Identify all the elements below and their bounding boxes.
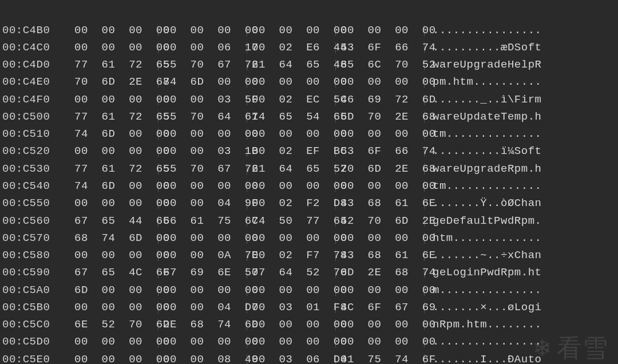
hex-group: 00 00 00 00 [336,181,425,192]
offset-label: 00:C590 [2,267,70,278]
hex-group: 00 02 E6 44 [247,42,336,53]
hex-group: 77 61 72 65 [70,164,159,175]
hex-group: 67 69 6E 50 [159,267,247,278]
hex-group: 00 00 00 00 [336,233,425,244]
hex-group: 00 02 EC 5C [247,94,336,105]
ascii-column: ..........æDSoft [425,42,541,53]
hex-group: 00 00 00 00 [247,181,336,192]
hex-row[interactable]: 00:C51074 6D 00 0000 00 00 0000 00 00 00… [0,126,618,143]
hex-group: 00 00 00 00 [159,181,247,192]
offset-label: 00:C4C0 [2,42,70,53]
hex-group: 00 00 00 00 [336,285,425,296]
hex-group: 00 00 00 00 [336,337,425,347]
hex-group: 00 03 06 D0 [247,354,336,364]
offset-label: 00:C5B0 [2,302,70,313]
hex-group: 6D 2E 68 74 [336,267,425,278]
hex-row[interactable]: 00:C57068 74 6D 0000 00 00 0000 00 00 00… [0,230,618,247]
offset-label: 00:C520 [2,146,70,157]
offset-label: 00:C4B0 [2,25,70,36]
hex-group: 55 70 67 72 [159,164,247,175]
hex-group: 74 6D 00 00 [159,77,247,88]
hex-group: 74 6D 00 00 [70,181,159,192]
hex-row[interactable]: 00:C4E070 6D 2E 6874 6D 00 0000 00 00 00… [0,74,618,91]
hex-row[interactable]: 00:C5D000 00 00 0000 00 00 0000 00 00 00… [0,334,618,351]
ascii-column: pm.htm.......... [425,77,541,88]
hex-row[interactable]: 00:C5B000 00 00 0000 00 04 D700 03 01 F8… [0,299,618,316]
hex-group: 52 70 6D 2E [336,216,425,227]
hex-row[interactable]: 00:C5A06D 00 00 0000 00 00 0000 00 00 00… [0,282,618,299]
hex-group: 46 69 72 6D [336,94,425,105]
hex-group: 00 00 00 00 [159,129,247,140]
hex-group: 74 6D 00 00 [70,129,159,140]
hex-row[interactable]: 00:C4C000 00 00 0000 00 06 1700 02 E6 44… [0,39,618,56]
hex-row[interactable]: 00:C4D077 61 72 6555 70 67 7261 64 65 48… [0,57,618,74]
hex-row[interactable]: 00:C58000 00 00 0000 00 0A 7E00 02 F7 78… [0,247,618,264]
hex-group: 77 64 52 70 [247,267,336,278]
hex-group: 00 00 03 1B [159,146,247,157]
hex-group: 00 00 00 00 [247,319,336,330]
ascii-column: tm.............. [425,181,541,192]
hex-group: 00 00 00 00 [336,77,425,88]
hex-row[interactable]: 00:C5E000 00 00 0000 00 08 4900 03 06 D0… [0,351,618,364]
hex-group: 00 03 01 F8 [247,302,336,313]
hex-row[interactable]: 00:C59067 65 4C 6F67 69 6E 5077 64 52 70… [0,264,618,282]
hex-row[interactable]: 00:C50077 61 72 6555 70 64 6174 65 54 65… [0,108,618,125]
hex-group: 00 00 00 00 [336,25,425,36]
offset-label: 00:C540 [2,181,70,192]
hex-group: 00 00 00 00 [247,77,336,88]
hex-group: 61 64 65 52 [247,164,336,175]
ascii-column: .......~..÷xChan [425,250,541,261]
hex-group: 00 00 00 00 [70,146,159,157]
ascii-column: wareUpgradeHelpR [425,60,541,70]
hex-group: 2E 68 74 6D [159,319,247,330]
offset-label: 00:C4E0 [2,77,70,88]
hex-row[interactable]: 00:C53077 61 72 6555 70 67 7261 64 65 52… [0,160,618,177]
offset-label: 00:C550 [2,198,70,209]
hex-group: 00 00 00 00 [159,337,247,347]
hex-group: 74 50 77 64 [247,216,336,227]
hex-row[interactable]: 00:C4B000 00 00 0000 00 00 0000 00 00 00… [0,22,618,39]
hex-row[interactable]: 00:C55000 00 00 0000 00 04 9F00 02 F2 D8… [0,195,618,212]
offset-label: 00:C5A0 [2,285,70,296]
hex-group: 00 00 00 00 [159,233,247,244]
hex-group: 00 00 08 49 [159,354,247,364]
hex-row[interactable]: 00:C52000 00 00 0000 00 03 1B00 02 EF BC… [0,143,618,160]
ascii-column: ......._..ì\Firm [425,94,541,105]
hex-group: 6D 00 00 00 [70,285,159,296]
hex-row[interactable]: 00:C5C06E 52 70 6D2E 68 74 6D00 00 00 00… [0,316,618,334]
hex-group: 00 00 00 00 [336,129,425,140]
offset-label: 00:C530 [2,164,70,175]
hex-group: 00 00 00 00 [247,25,336,36]
hex-row[interactable]: 00:C4F000 00 00 0000 00 03 5F00 02 EC 5C… [0,91,618,108]
hex-row[interactable]: 00:C56067 65 44 6566 61 75 6C74 50 77 64… [0,212,618,230]
ascii-column: .......Ÿ..òØChan [425,198,541,209]
hex-group: 00 00 00 00 [247,337,336,347]
hex-group: 00 00 04 9F [159,198,247,209]
hex-group: 00 00 00 00 [70,337,159,347]
hex-group: 00 00 03 5F [159,94,247,105]
hex-group: 53 6F 66 74 [336,146,425,157]
ascii-column: tm.............. [425,129,541,140]
hex-viewer[interactable]: 00:C4B000 00 00 0000 00 00 0000 00 00 00… [0,0,618,364]
hex-group: 00 00 00 00 [70,354,159,364]
ascii-column: ................ [425,337,541,347]
hex-group: 67 65 44 65 [70,216,159,227]
hex-group: 55 70 67 72 [159,60,247,70]
hex-group: 65 6C 70 52 [336,60,425,70]
offset-label: 00:C570 [2,233,70,244]
hex-group: 00 00 0A 7E [159,250,247,261]
hex-group: 67 65 4C 6F [70,267,159,278]
ascii-column: geDefaultPwdRpm. [425,216,541,227]
hex-group: 70 6D 2E 68 [70,77,159,88]
ascii-column: .......I...ÐAuto [425,354,541,364]
hex-group: 00 00 00 00 [159,285,247,296]
offset-label: 00:C5E0 [2,354,70,364]
hex-group: 41 75 74 6F [336,354,425,364]
ascii-column: .......×...øLogi [425,302,541,313]
offset-label: 00:C5D0 [2,337,70,347]
hex-row[interactable]: 00:C54074 6D 00 0000 00 00 0000 00 00 00… [0,177,618,195]
offset-label: 00:C560 [2,216,70,227]
offset-label: 00:C5C0 [2,319,70,330]
hex-group: 00 00 00 00 [70,25,159,36]
ascii-column: m............... [425,285,541,296]
